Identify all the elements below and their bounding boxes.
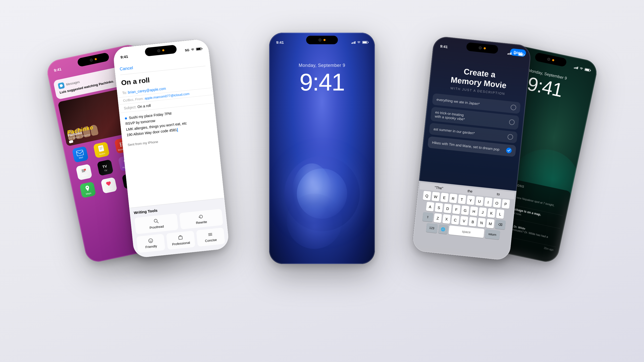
wifi-icon-2: [191, 48, 195, 51]
key-h[interactable]: H: [470, 206, 478, 216]
key-f[interactable]: F: [452, 205, 461, 214]
wifi-icon-5: [579, 67, 584, 70]
signal-bars-5: [574, 65, 578, 69]
camera-2: [157, 49, 160, 52]
key-return[interactable]: return: [485, 229, 500, 240]
key-emoji[interactable]: 🌐: [438, 224, 448, 234]
key-n[interactable]: N: [477, 218, 486, 228]
app-icon-mail[interactable]: Mail: [72, 146, 89, 163]
key-r[interactable]: R: [449, 194, 457, 203]
concise-icon: [208, 232, 213, 237]
app-label-health: Health: [106, 187, 113, 191]
orb-decoration: [277, 143, 367, 244]
key-123[interactable]: 123: [426, 223, 438, 233]
battery-icon-2: [196, 47, 202, 51]
key-x[interactable]: X: [442, 214, 451, 224]
key-space[interactable]: space: [448, 225, 484, 238]
proofread-icon: [153, 218, 159, 224]
key-delete[interactable]: ⌫: [495, 220, 506, 230]
status-icons-4: [507, 52, 524, 56]
key-u[interactable]: U: [475, 196, 484, 206]
status-time-4: 9:41: [440, 44, 448, 49]
tool-friendly[interactable]: Friendly: [136, 234, 166, 253]
key-e[interactable]: E: [440, 193, 449, 202]
svg-line-26: [157, 221, 158, 223]
compose-dot: [125, 117, 127, 120]
key-v[interactable]: V: [460, 216, 468, 226]
rewrite-label: Rewrite: [196, 220, 207, 225]
key-s[interactable]: S: [435, 203, 443, 212]
key-shift[interactable]: ⇧: [422, 212, 433, 222]
battery-icon-5: [584, 68, 590, 72]
app-icon-maps[interactable]: Maps: [79, 182, 96, 198]
key-g[interactable]: G: [461, 205, 469, 215]
to-label: To:: [122, 90, 128, 95]
predict-2[interactable]: the: [467, 189, 473, 193]
wifi-icon-3: [357, 41, 361, 44]
key-w[interactable]: W: [431, 192, 440, 202]
key-a[interactable]: A: [426, 202, 434, 212]
writing-tools-section: Writing Tools Proofread Rewrite Friendly: [129, 198, 230, 258]
key-t[interactable]: T: [458, 195, 466, 204]
svg-line-31: [209, 233, 212, 234]
app-icon-health[interactable]: Health: [101, 177, 117, 194]
key-p[interactable]: P: [501, 199, 510, 209]
cc-label: Cc/Bcc, From:: [123, 97, 145, 103]
svg-point-9: [120, 145, 122, 147]
lock-date: Monday, September 9: [299, 63, 345, 68]
status-icons-2: 5G: [185, 47, 202, 52]
tool-proofread[interactable]: Proofread: [134, 213, 178, 234]
key-q[interactable]: Q: [423, 191, 431, 201]
lock-time: 9:41: [300, 70, 345, 94]
app-label-tv: TV: [104, 169, 107, 172]
svg-line-33: [209, 235, 212, 236]
svg-rect-0: [76, 150, 84, 156]
svg-point-5: [119, 142, 121, 144]
friendly-icon: [148, 238, 153, 244]
orb-bottom: [287, 194, 342, 249]
friendly-label: Friendly: [145, 244, 157, 249]
rewrite-icon: [198, 214, 204, 219]
app-label-mail: Mail: [79, 156, 83, 159]
key-l[interactable]: L: [496, 209, 505, 219]
app-icon-tv[interactable]: TV TV: [97, 159, 113, 176]
key-k[interactable]: K: [487, 208, 496, 218]
professional-label: Professional: [172, 241, 190, 246]
phones-container: 9:41: [45, 18, 599, 344]
key-y[interactable]: Y: [466, 195, 475, 205]
keyboard-area[interactable]: "The" the to Q W E R T Y U I O P A: [412, 181, 516, 261]
camera-3: [318, 38, 321, 41]
tool-rewrite[interactable]: Rewrite: [179, 209, 223, 229]
app-icon-news[interactable]: News: [76, 164, 92, 180]
tool-concise[interactable]: Concise: [196, 228, 225, 247]
key-o[interactable]: O: [493, 198, 501, 208]
key-d[interactable]: D: [444, 204, 452, 213]
svg-point-7: [120, 144, 121, 145]
tool-professional[interactable]: Professional: [166, 231, 195, 250]
dot-1: [95, 58, 97, 60]
key-i[interactable]: I: [484, 197, 493, 207]
key-j[interactable]: J: [478, 207, 487, 217]
predict-3[interactable]: to: [497, 192, 500, 196]
key-z[interactable]: Z: [433, 213, 442, 223]
dot-5: [552, 59, 554, 61]
notif-4-time: 35m ago: [544, 247, 554, 251]
battery-icon-3: [362, 41, 368, 44]
battery-icon-4: [518, 53, 524, 56]
key-b[interactable]: B: [469, 217, 477, 227]
key-m[interactable]: M: [486, 219, 495, 229]
status-time-2: 9:41: [120, 54, 128, 59]
memory-content: Create aMemory Movie WITH JUST A DESCRIP…: [412, 53, 530, 261]
svg-text:TV: TV: [102, 164, 107, 169]
mail-compose: Cancel On a roll To: brian_carey@apple.c…: [114, 53, 229, 258]
dot-4: [484, 47, 486, 50]
status-time-1: 9:41: [53, 67, 62, 72]
prompt-4-text: Hikes with Tim and Marie, set to dream p…: [432, 140, 500, 151]
key-c[interactable]: C: [451, 215, 460, 225]
app-icon-notes[interactable]: Notes: [93, 142, 110, 158]
notch-3: [306, 36, 338, 44]
svg-rect-1: [98, 145, 104, 152]
predict-1[interactable]: "The": [434, 186, 444, 190]
cancel-button[interactable]: Cancel: [119, 65, 133, 72]
msg-app-name: Messages: [66, 80, 80, 86]
